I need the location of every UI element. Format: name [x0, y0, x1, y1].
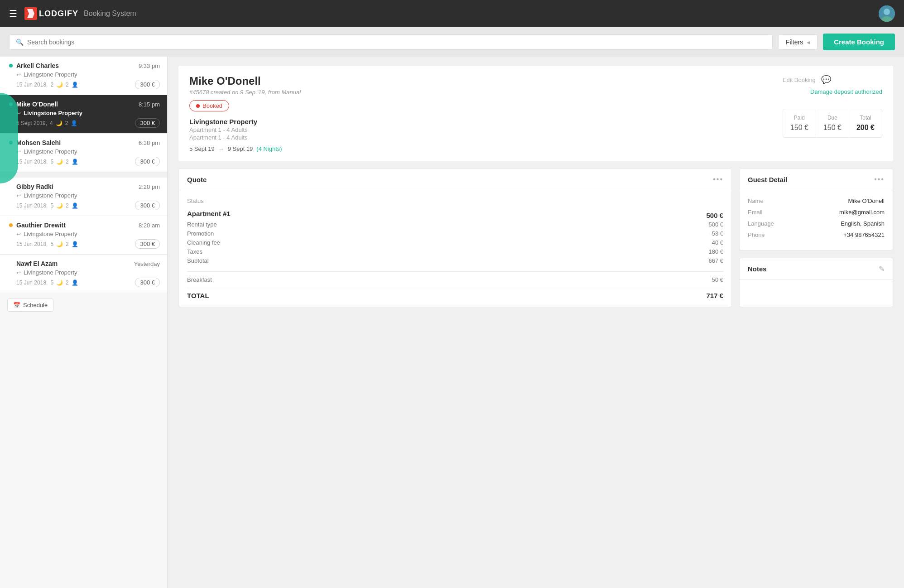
cleaning-value: 40 € [712, 239, 723, 246]
guest-phone-row: Phone +34 987654321 [748, 231, 885, 238]
guest-card-body: Name Mike O'Donell Email mike@gmail.com … [740, 190, 893, 250]
breakfast-label: Breakfast [187, 276, 212, 283]
avatar[interactable] [879, 5, 895, 22]
main-layout: Arkell Charles 9:33 pm ↩ Livingstone Pro… [0, 57, 904, 588]
paid-amount: 150 € [790, 124, 808, 132]
item-property: Livingstone Property [24, 71, 77, 78]
item-meta: 15 Jun 2018, 5 🌙 2 👤 [16, 280, 78, 286]
booking-item-mike[interactable]: Mike O'Donell 8:15 pm ↩ Livingstone Prop… [0, 95, 167, 134]
status-label: Status [187, 198, 204, 204]
deposit-authorized: Damage deposit authorized [783, 88, 882, 95]
total-cell: Total 200 € [849, 109, 882, 137]
create-booking-button[interactable]: Create Booking [823, 34, 895, 50]
nav-title: Booking System [84, 10, 136, 18]
item-name: Arkell Charles [16, 62, 59, 69]
person-icon: 👤 [72, 280, 78, 286]
item-name: Nawf El Azam [16, 260, 58, 267]
edit-booking-link[interactable]: Edit Booking [783, 77, 816, 83]
property-name: Livingstone Property [189, 118, 301, 125]
filters-button[interactable]: Filters ◂ [778, 34, 817, 50]
guest-phone-label: Phone [748, 231, 765, 238]
date-text: 15 Jun 2018, [16, 280, 48, 286]
search-icon: 🔍 [16, 39, 24, 46]
extras-section: Breakfast 50 € [187, 276, 723, 283]
quote-title: Quote [187, 176, 207, 183]
logo-icon [24, 7, 37, 20]
search-input[interactable] [27, 39, 766, 46]
due-cell: Due 150 € [816, 109, 849, 137]
quote-status-row: Status [187, 198, 723, 204]
apt-amount: 500 € [706, 212, 723, 219]
booking-item-arkell[interactable]: Arkell Charles 9:33 pm ↩ Livingstone Pro… [0, 57, 167, 95]
cards-row: Quote ••• Status Apartment #1 500 € Rent… [178, 169, 893, 307]
item-property: Livingstone Property [24, 192, 77, 199]
person-icon: 👤 [71, 120, 77, 126]
hamburger-icon[interactable]: ☰ [9, 8, 17, 19]
nights-label: (4 Nights) [256, 145, 282, 152]
navbar: ☰ LODGIFY Booking System [0, 0, 904, 27]
booking-item-gauthier[interactable]: Gauthier Drewitt 8:20 am ↩ Livingstone P… [0, 216, 167, 255]
nights-count: 5 [50, 202, 53, 209]
calendar-icon: 📅 [13, 302, 20, 308]
date-text: 15 Jun 2018, [16, 159, 48, 165]
guest-email-value: mike@gmail.com [839, 209, 885, 216]
apt-title: Apartment #1 [187, 210, 231, 217]
guests-count: 2 [66, 202, 69, 209]
quote-row-promotion: Promotion -53 € [187, 230, 723, 237]
item-time: 6:38 pm [139, 140, 160, 146]
item-meta: 15 Jun 2018, 5 🌙 2 👤 [16, 241, 78, 247]
item-meta: 15 Jun 2018, 5 🌙 2 👤 [16, 159, 78, 165]
booking-item-gibby[interactable]: Gibby Radki 2:20 pm ↩ Livingstone Proper… [0, 178, 167, 216]
rental-value: 500 € [708, 221, 723, 228]
sidebar-decoration [0, 93, 18, 183]
item-time: 8:15 pm [139, 101, 160, 108]
moon-icon: 🌙 [56, 280, 63, 286]
quote-more-button[interactable]: ••• [713, 175, 723, 183]
subtotal-label: Subtotal [187, 257, 209, 264]
item-name: Gibby Radki [16, 183, 53, 190]
booking-header-right: Edit Booking 💬 Damage deposit authorized… [783, 75, 882, 138]
guest-language-value: English, Spanish [841, 220, 885, 227]
booking-info-left: Mike O'Donell #45678 created on 9 Sep '1… [189, 75, 301, 152]
booking-header: Mike O'Donell #45678 created on 9 Sep '1… [178, 66, 893, 161]
date-text: 15 Jun 2018, [16, 202, 48, 209]
notes-divider [740, 280, 893, 280]
rental-label: Rental type [187, 221, 217, 228]
search-box[interactable]: 🔍 [9, 34, 773, 50]
amount-badge: 300 € [135, 201, 160, 210]
apt-line1: Apartment 1 - 4 Adults [189, 126, 301, 133]
schedule-button[interactable]: 📅 Schedule [7, 299, 53, 312]
logo-text: LODGIFY [39, 9, 78, 19]
item-property: Livingstone Property [24, 269, 77, 276]
chat-icon[interactable]: 💬 [821, 75, 831, 85]
svg-point-3 [884, 9, 890, 15]
item-time: 2:20 pm [139, 183, 160, 190]
breakfast-value: 50 € [712, 276, 723, 283]
guests-count: 2 [66, 159, 69, 165]
date-text: 15 Jun 2018, [16, 82, 48, 88]
guest-detail-title: Guest Detail [748, 176, 788, 183]
subtotal-value: 667 € [708, 257, 723, 264]
guest-name-row: Name Mike O'Donell [748, 198, 885, 204]
quote-row-rental: Rental type 500 € [187, 221, 723, 228]
total-value: 717 € [706, 292, 723, 299]
booking-item-nawf[interactable]: Nawf El Azam Yesterday ↩ Livingstone Pro… [0, 255, 167, 293]
total-label: Total [856, 115, 875, 121]
guests-count: 2 [65, 120, 68, 126]
filters-label: Filters [786, 39, 803, 46]
item-name: Mohsen Salehi [16, 139, 61, 146]
guest-more-button[interactable]: ••• [874, 175, 885, 183]
amount-badge: 300 € [135, 239, 160, 249]
logo-area: LODGIFY Booking System [24, 7, 136, 20]
item-meta: 5 Sept 2019, 4 🌙 2 👤 [16, 120, 77, 126]
booking-item-mohsen[interactable]: Mohsen Salehi 6:38 pm ↩ Livingstone Prop… [0, 134, 167, 172]
status-dot-empty [9, 185, 13, 188]
guests-count: 2 [66, 241, 69, 247]
quote-card: Quote ••• Status Apartment #1 500 € Rent… [178, 169, 732, 307]
notes-edit-icon[interactable]: ✎ [879, 265, 885, 273]
moon-icon: 🌙 [56, 82, 63, 88]
guest-name-label: Name [748, 198, 764, 204]
quote-row-taxes: Taxes 180 € [187, 248, 723, 255]
booking-subtitle: #45678 created on 9 Sep '19, from Manual [189, 89, 301, 96]
nights-count: 4 [50, 120, 53, 126]
